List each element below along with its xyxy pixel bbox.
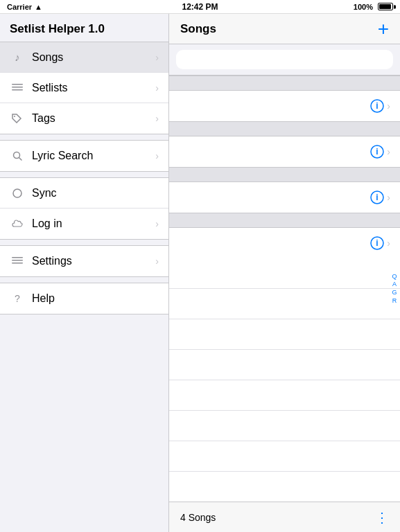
right-pane: Songs + i › bbox=[168, 14, 400, 532]
table-row-empty bbox=[169, 411, 400, 441]
search-bar-container bbox=[169, 44, 400, 76]
song-info-button[interactable]: i › bbox=[370, 190, 390, 204]
sync-label: Sync bbox=[32, 187, 159, 200]
section-header-1 bbox=[169, 76, 400, 91]
lyric-search-chevron-icon: › bbox=[155, 150, 159, 161]
song-list: i › i › bbox=[169, 76, 400, 502]
row-chevron-icon: › bbox=[387, 238, 390, 249]
setlists-chevron-icon: › bbox=[155, 82, 159, 94]
table-row[interactable]: i › bbox=[169, 182, 400, 213]
search-input[interactable] bbox=[176, 50, 393, 69]
section-header-4 bbox=[169, 213, 400, 228]
sidebar-item-songs[interactable]: ♪ Songs › bbox=[0, 42, 168, 73]
cloud-icon bbox=[10, 216, 25, 231]
sidebar-item-tags[interactable]: Tags › bbox=[0, 103, 168, 134]
wifi-icon: ▲ bbox=[35, 3, 42, 11]
setlists-label: Setlists bbox=[32, 82, 155, 94]
nav-title: Songs bbox=[180, 22, 216, 36]
add-song-button[interactable]: + bbox=[378, 19, 389, 39]
svg-rect-7 bbox=[12, 257, 23, 258]
table-row[interactable]: i › bbox=[169, 136, 400, 167]
index-letter-r[interactable]: R bbox=[391, 297, 398, 305]
svg-text:i: i bbox=[376, 101, 379, 111]
table-row-empty bbox=[169, 350, 400, 380]
help-label: Help bbox=[32, 292, 159, 305]
divider-1 bbox=[0, 134, 168, 140]
table-row-empty bbox=[169, 319, 400, 350]
svg-text:i: i bbox=[376, 193, 379, 202]
song-group-4: i › bbox=[169, 228, 400, 258]
sidebar-item-lyric-search[interactable]: Lyric Search › bbox=[0, 141, 168, 171]
table-row[interactable]: i › bbox=[169, 91, 400, 121]
status-bar: Carrier ▲ 12:42 PM 100% bbox=[0, 0, 400, 14]
svg-point-3 bbox=[14, 116, 15, 117]
sidebar-item-help[interactable]: ? Help bbox=[0, 283, 168, 314]
song-info-button[interactable]: i › bbox=[370, 99, 390, 113]
table-row-empty bbox=[169, 380, 400, 411]
settings-icon bbox=[10, 254, 25, 269]
songs-chevron-icon: › bbox=[155, 52, 159, 63]
app-container: Setlist Helper 1.0 ♪ Songs › Setlists › bbox=[0, 14, 400, 532]
empty-rows bbox=[169, 258, 400, 502]
search-icon bbox=[10, 148, 25, 163]
table-row-empty bbox=[169, 289, 400, 319]
song-group-1: i › bbox=[169, 91, 400, 121]
sidebar-item-sync[interactable]: Sync bbox=[0, 178, 168, 209]
sidebar-item-login[interactable]: Log in › bbox=[0, 209, 168, 239]
lyric-search-label: Lyric Search bbox=[32, 150, 155, 162]
app-title: Setlist Helper 1.0 bbox=[0, 14, 168, 42]
carrier-label: Carrier bbox=[7, 3, 32, 11]
index-letter-q[interactable]: Q bbox=[391, 272, 398, 280]
music-note-icon: ♪ bbox=[10, 50, 25, 65]
section-header-3 bbox=[169, 167, 400, 182]
svg-rect-2 bbox=[12, 89, 23, 91]
section-header-2 bbox=[169, 121, 400, 136]
tags-label: Tags bbox=[32, 112, 155, 125]
nav-bar: Songs + bbox=[169, 14, 400, 44]
svg-line-5 bbox=[19, 158, 22, 161]
svg-rect-8 bbox=[12, 260, 23, 261]
sidebar-group-help: ? Help bbox=[0, 283, 168, 314]
status-time: 12:42 PM bbox=[182, 2, 218, 12]
table-row-empty bbox=[169, 258, 400, 289]
sidebar-group-account: Sync Log in › bbox=[0, 177, 168, 240]
more-options-button[interactable]: ⋮ bbox=[375, 509, 389, 526]
divider-3 bbox=[0, 240, 168, 245]
song-group-3: i › bbox=[169, 182, 400, 213]
sidebar-group-settings: Settings › bbox=[0, 245, 168, 277]
table-row-empty bbox=[169, 441, 400, 472]
row-chevron-icon: › bbox=[387, 100, 390, 112]
status-left: Carrier ▲ bbox=[7, 3, 42, 11]
battery-label: 100% bbox=[354, 3, 373, 11]
svg-point-6 bbox=[13, 189, 21, 197]
index-letters: Q A G R bbox=[391, 272, 398, 304]
sidebar-item-settings[interactable]: Settings › bbox=[0, 246, 168, 276]
login-label: Log in bbox=[32, 218, 155, 230]
sidebar-item-setlists[interactable]: Setlists › bbox=[0, 73, 168, 103]
svg-rect-9 bbox=[12, 263, 23, 264]
song-info-button[interactable]: i › bbox=[370, 145, 390, 159]
login-chevron-icon: › bbox=[155, 218, 159, 229]
setlists-icon bbox=[10, 80, 25, 96]
index-letter-a[interactable]: A bbox=[391, 281, 398, 288]
song-count-label: 4 Songs bbox=[180, 512, 216, 523]
divider-4 bbox=[0, 277, 168, 283]
tag-icon bbox=[10, 111, 25, 126]
settings-chevron-icon: › bbox=[155, 256, 159, 267]
song-info-button[interactable]: i › bbox=[370, 236, 390, 250]
row-chevron-icon: › bbox=[387, 192, 390, 203]
sidebar: Setlist Helper 1.0 ♪ Songs › Setlists › bbox=[0, 14, 168, 532]
table-row-empty bbox=[169, 472, 400, 502]
index-letter-g[interactable]: G bbox=[391, 289, 398, 296]
divider-2 bbox=[0, 172, 168, 177]
tags-chevron-icon: › bbox=[155, 113, 159, 124]
sync-icon bbox=[10, 186, 25, 201]
battery-icon bbox=[378, 3, 393, 10]
table-row[interactable]: i › bbox=[169, 228, 400, 258]
bottom-bar: 4 Songs ⋮ bbox=[169, 502, 400, 532]
help-icon: ? bbox=[10, 291, 25, 306]
sidebar-group-lyric: Lyric Search › bbox=[0, 140, 168, 172]
svg-rect-1 bbox=[12, 87, 23, 88]
songs-label: Songs bbox=[32, 51, 155, 64]
svg-rect-0 bbox=[12, 84, 23, 85]
